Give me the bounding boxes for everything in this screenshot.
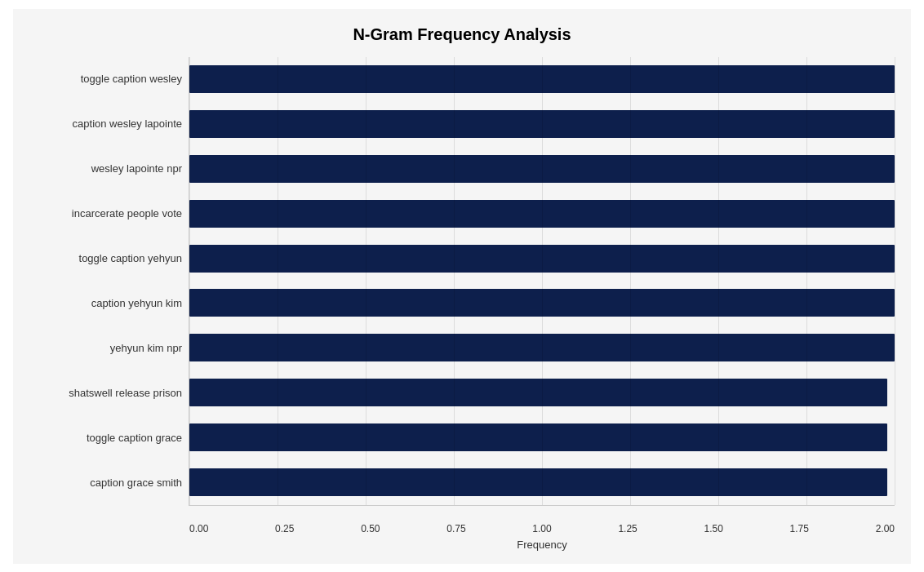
y-label: incarcerate people vote xyxy=(29,207,182,220)
x-tick: 0.00 xyxy=(189,523,208,534)
x-tick: 0.25 xyxy=(275,523,294,534)
bar xyxy=(189,334,895,361)
x-tick: 2.00 xyxy=(876,523,895,534)
bar-row xyxy=(189,62,895,96)
bar xyxy=(189,468,887,496)
bar-row xyxy=(189,330,895,365)
y-label: wesley lapointe npr xyxy=(29,162,182,175)
bar-row xyxy=(189,107,895,141)
bar xyxy=(189,110,895,138)
grid-line xyxy=(895,57,895,505)
chart-container: N-Gram Frequency Analysis toggle caption… xyxy=(13,9,911,564)
x-tick: 0.75 xyxy=(446,523,465,534)
bar xyxy=(189,289,895,317)
x-tick: 1.00 xyxy=(532,523,551,534)
y-label: toggle caption wesley xyxy=(29,73,182,86)
bar-row xyxy=(189,286,895,320)
bar xyxy=(189,245,895,273)
y-label: yehyun kim npr xyxy=(29,342,182,355)
y-label: shatswell release prison xyxy=(29,387,182,400)
bar-row xyxy=(189,375,895,410)
bar xyxy=(189,379,887,406)
chart-area: toggle caption wesleycaption wesley lapo… xyxy=(29,57,895,506)
y-axis: toggle caption wesleycaption wesley lapo… xyxy=(29,57,189,506)
bar-row xyxy=(189,152,895,186)
x-tick: 0.50 xyxy=(361,523,380,534)
bars-area: 0.000.250.500.751.001.251.501.752.00 Fre… xyxy=(189,57,895,506)
bar xyxy=(189,155,895,183)
y-label: caption yehyun kim xyxy=(29,297,182,310)
bar-row xyxy=(189,420,895,454)
bar-row xyxy=(189,242,895,276)
bar-row xyxy=(189,197,895,231)
x-axis-label: Frequency xyxy=(517,539,566,551)
x-tick: 1.75 xyxy=(790,523,809,534)
y-label: toggle caption yehyun xyxy=(29,252,182,265)
x-tick: 1.25 xyxy=(618,523,637,534)
bar xyxy=(189,65,895,93)
chart-title: N-Gram Frequency Analysis xyxy=(29,25,895,44)
y-label: caption wesley lapointe xyxy=(29,118,182,131)
bar-row xyxy=(189,465,895,499)
x-tick: 1.50 xyxy=(704,523,722,534)
bar xyxy=(189,200,895,228)
y-label: caption grace smith xyxy=(29,477,182,490)
y-label: toggle caption grace xyxy=(29,432,182,445)
bar xyxy=(189,423,887,451)
